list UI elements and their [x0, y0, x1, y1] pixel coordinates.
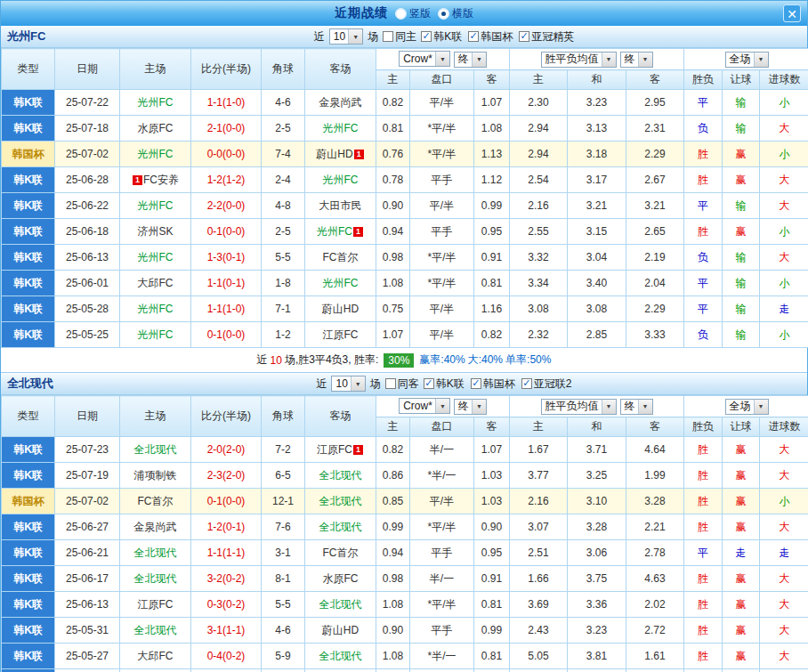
league-filter[interactable]: 韩国杯: [468, 29, 513, 45]
asia-home-cell: 0.90: [376, 618, 410, 644]
europe-odds-select[interactable]: 胜平负均值▼: [541, 399, 617, 415]
goals-result-cell: 大: [760, 116, 808, 142]
europe-home-cell: 3.36: [510, 669, 568, 672]
checkbox-icon[interactable]: [383, 31, 393, 42]
col-header-euro-draw: 和: [568, 417, 626, 437]
match-date-cell: 25-05-23: [55, 669, 120, 672]
red-card-badge: 1: [353, 445, 363, 455]
europe-draw-cell: 3.13: [568, 116, 626, 142]
league-type-cell: 韩K联: [2, 245, 55, 271]
team-name-text: 水原FC: [323, 572, 359, 585]
away-team-cell: 蔚山HD1: [305, 142, 376, 167]
asia-handicap-cell: 平手: [410, 618, 474, 644]
checkbox-icon[interactable]: [519, 31, 529, 42]
checkbox-icon[interactable]: [385, 378, 396, 389]
corner-cell: 5-9: [262, 644, 305, 669]
checkbox-icon[interactable]: [521, 378, 532, 389]
col-header-goals: 进球数: [760, 417, 808, 437]
close-icon[interactable]: ✕: [783, 4, 801, 22]
team-name-text: 蔚山HD: [322, 303, 359, 315]
europe-state-select[interactable]: 终▼: [620, 399, 653, 415]
asia-away-cell: 0.84: [474, 669, 510, 672]
col-header-score: 比分(半场): [191, 396, 262, 437]
radio-icon[interactable]: [438, 8, 449, 20]
scope-select[interactable]: 全场▼: [725, 52, 769, 68]
handicap-result-cell: 赢: [723, 437, 760, 463]
match-date-cell: 25-05-31: [55, 618, 120, 644]
away-team-cell: 全北现代: [305, 592, 376, 618]
section-header-gwangju: 光州FC 近 10▼ 场 同主 韩K联韩国杯亚冠精英: [1, 26, 807, 48]
away-team-cell: 金泉尚武: [305, 90, 376, 116]
asia-home-cell: 1.07: [376, 322, 410, 348]
col-header-result: 胜负: [684, 70, 723, 90]
goals-result-cell: 大: [760, 463, 808, 489]
goals-result-cell: 大: [760, 514, 808, 540]
checkbox-icon[interactable]: [468, 31, 479, 42]
league-filter[interactable]: 韩国杯: [471, 376, 515, 392]
match-count-select[interactable]: 10▼: [331, 376, 365, 392]
checkbox-icon[interactable]: [424, 378, 434, 389]
league-filter[interactable]: 韩K联: [421, 29, 462, 45]
layout-option-vertical[interactable]: 竖版: [395, 6, 431, 21]
col-header-asia-away: 客: [474, 70, 510, 90]
checkbox-icon[interactable]: [421, 31, 432, 42]
same-venue-filter[interactable]: 同主: [383, 29, 416, 45]
summary-near-label: 近: [257, 352, 268, 368]
home-team-cell: 江原FC: [120, 592, 191, 618]
result-cell: 平: [684, 90, 723, 116]
odds-state-select[interactable]: 终▼: [454, 399, 487, 415]
asia-away-cell: 0.81: [474, 271, 510, 296]
bookmaker-select[interactable]: Crow*▼: [399, 398, 450, 414]
score-cell: 0-0(0-0): [191, 142, 262, 167]
home-team-cell: 金泉尚武: [120, 514, 191, 540]
team-name-text: 全北现代: [319, 495, 362, 507]
away-team-cell: FC首尔: [305, 540, 376, 566]
col-header-euro-draw: 和: [568, 70, 626, 90]
bookmaker-select[interactable]: Crow*▼: [399, 51, 450, 67]
goals-result-cell: 小: [760, 669, 808, 672]
layout-option-label: 横版: [452, 6, 473, 21]
home-team-cell: 光州FC: [120, 322, 191, 348]
corner-cell: 2-5: [262, 219, 305, 245]
europe-home-cell: 2.94: [510, 142, 568, 167]
match-count-select[interactable]: 10▼: [329, 28, 363, 45]
asia-away-cell: 1.08: [474, 116, 510, 142]
same-venue-filter[interactable]: 同客: [385, 376, 419, 392]
chevron-down-icon: ▼: [348, 29, 362, 44]
score-cell: 2-0(2-0): [191, 437, 262, 463]
europe-state-select[interactable]: 终▼: [620, 52, 653, 68]
europe-odds-select[interactable]: 胜平负均值▼: [541, 52, 617, 68]
europe-home-cell: 5.05: [510, 644, 568, 669]
league-filters: 韩K联韩国杯亚冠联2: [424, 376, 572, 392]
odds-state-select[interactable]: 终▼: [454, 52, 487, 68]
result-cell: 胜: [684, 219, 723, 245]
match-date-cell: 25-07-22: [55, 90, 120, 116]
asia-handicap-cell: 平/半: [410, 193, 474, 219]
match-row: 韩K联25-05-31全北现代3-1(1-1)4-6蔚山HD0.90平手0.99…: [2, 618, 808, 644]
handicap-result-cell: 赢: [723, 219, 760, 245]
corner-cell: 7-4: [262, 142, 305, 167]
corner-cell: 5-5: [262, 592, 305, 618]
league-filter[interactable]: 亚冠联2: [521, 376, 572, 392]
titlebar: 近期战绩 竖版 横版 ✕: [1, 1, 807, 26]
radio-icon[interactable]: [395, 8, 407, 20]
scope-controls: 全场▼: [684, 396, 808, 417]
layout-option-horizontal[interactable]: 横版: [438, 6, 473, 21]
result-cell: 胜: [684, 463, 723, 489]
scope-select[interactable]: 全场▼: [725, 399, 769, 415]
corner-cell: 6-5: [262, 463, 305, 489]
match-row: 韩K联25-05-27大邱FC0-4(0-2)5-9全北现代1.08*半/一0.…: [2, 644, 808, 669]
checkbox-icon[interactable]: [471, 378, 481, 389]
win-rate-badge: 30%: [384, 353, 414, 368]
result-cell: 负: [684, 322, 723, 348]
league-filter[interactable]: 亚冠精英: [519, 29, 574, 45]
col-header-euro-away: 客: [626, 70, 684, 90]
team-name: 光州FC: [7, 28, 45, 45]
europe-draw-cell: 3.24: [568, 669, 626, 672]
europe-away-cell: 2.95: [626, 90, 684, 116]
asia-home-cell: 1.08: [376, 271, 410, 296]
team-name-text: 江原FC: [317, 443, 352, 456]
match-row: 韩K联25-06-22光州FC2-2(0-0)4-8大田市民0.90平/半0.9…: [2, 193, 808, 219]
score-cell: 0-1(0-0): [191, 489, 262, 514]
league-filter[interactable]: 韩K联: [424, 376, 465, 392]
